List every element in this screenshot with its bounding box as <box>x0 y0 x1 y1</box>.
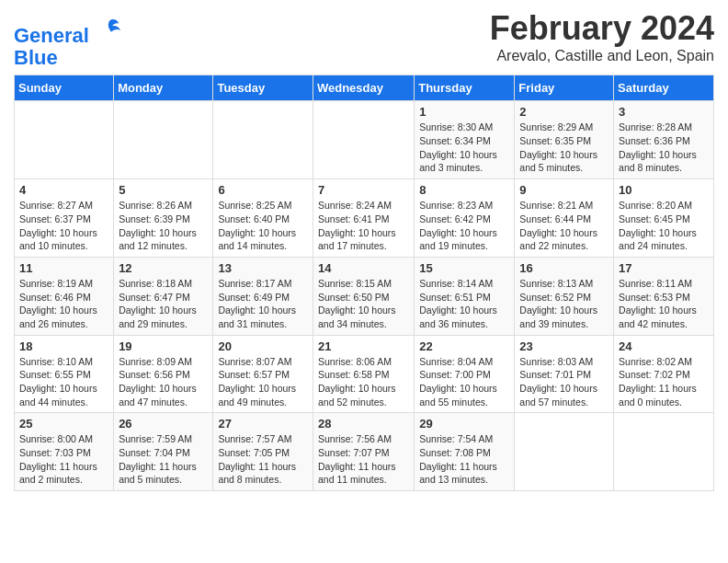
calendar-table: SundayMondayTuesdayWednesdayThursdayFrid… <box>14 75 714 491</box>
logo-bird-icon <box>97 17 122 42</box>
day-info: Sunrise: 7:57 AMSunset: 7:05 PMDaylight:… <box>218 432 308 487</box>
calendar-cell: 15Sunrise: 8:14 AMSunset: 6:51 PMDayligh… <box>415 257 515 335</box>
day-number: 28 <box>318 417 409 431</box>
calendar-cell <box>614 413 714 491</box>
logo-blue: Blue <box>14 46 58 69</box>
day-info: Sunrise: 8:00 AMSunset: 7:03 PMDaylight:… <box>19 432 108 487</box>
day-number: 26 <box>119 417 208 431</box>
week-row-4: 25Sunrise: 8:00 AMSunset: 7:03 PMDayligh… <box>15 413 714 491</box>
logo: General Blue <box>14 17 122 69</box>
day-number: 2 <box>519 105 609 119</box>
location-title: Arevalo, Castille and Leon, Spain <box>490 48 714 64</box>
calendar-cell: 4Sunrise: 8:27 AMSunset: 6:37 PMDaylight… <box>15 179 114 258</box>
day-info: Sunrise: 8:20 AMSunset: 6:45 PMDaylight:… <box>619 199 709 253</box>
day-number: 11 <box>19 261 108 275</box>
calendar-cell: 16Sunrise: 8:13 AMSunset: 6:52 PMDayligh… <box>515 257 614 335</box>
day-info: Sunrise: 8:06 AMSunset: 6:58 PMDaylight:… <box>318 355 409 409</box>
day-info: Sunrise: 8:15 AMSunset: 6:50 PMDaylight:… <box>318 277 409 331</box>
header-tuesday: Tuesday <box>213 75 313 101</box>
day-info: Sunrise: 8:21 AMSunset: 6:44 PMDaylight:… <box>519 199 609 253</box>
calendar-cell: 25Sunrise: 8:00 AMSunset: 7:03 PMDayligh… <box>15 413 114 491</box>
calendar-cell: 26Sunrise: 7:59 AMSunset: 7:04 PMDayligh… <box>114 413 213 491</box>
week-row-1: 4Sunrise: 8:27 AMSunset: 6:37 PMDaylight… <box>15 179 714 258</box>
calendar-cell: 7Sunrise: 8:24 AMSunset: 6:41 PMDaylight… <box>313 179 414 258</box>
calendar-cell: 10Sunrise: 8:20 AMSunset: 6:45 PMDayligh… <box>614 179 714 258</box>
week-row-0: 1Sunrise: 8:30 AMSunset: 6:34 PMDaylight… <box>15 101 714 179</box>
day-info: Sunrise: 8:29 AMSunset: 6:35 PMDaylight:… <box>519 121 609 175</box>
day-number: 22 <box>419 339 509 353</box>
day-number: 10 <box>619 183 709 197</box>
calendar-cell: 1Sunrise: 8:30 AMSunset: 6:34 PMDaylight… <box>415 101 515 179</box>
calendar-cell: 18Sunrise: 8:10 AMSunset: 6:55 PMDayligh… <box>15 335 114 413</box>
day-number: 17 <box>619 261 709 275</box>
header-thursday: Thursday <box>415 75 515 101</box>
day-number: 20 <box>218 339 308 353</box>
calendar-cell: 14Sunrise: 8:15 AMSunset: 6:50 PMDayligh… <box>313 257 414 335</box>
day-number: 9 <box>519 183 609 197</box>
day-number: 7 <box>318 183 409 197</box>
day-number: 19 <box>119 339 208 353</box>
calendar-cell <box>515 413 614 491</box>
calendar-cell: 5Sunrise: 8:26 AMSunset: 6:39 PMDaylight… <box>114 179 213 258</box>
day-info: Sunrise: 8:24 AMSunset: 6:41 PMDaylight:… <box>318 199 409 253</box>
day-info: Sunrise: 8:18 AMSunset: 6:47 PMDaylight:… <box>119 277 208 331</box>
day-number: 13 <box>218 261 308 275</box>
header-monday: Monday <box>114 75 213 101</box>
day-info: Sunrise: 8:23 AMSunset: 6:42 PMDaylight:… <box>419 199 509 253</box>
calendar-cell: 23Sunrise: 8:03 AMSunset: 7:01 PMDayligh… <box>515 335 614 413</box>
calendar-cell: 17Sunrise: 8:11 AMSunset: 6:53 PMDayligh… <box>614 257 714 335</box>
day-number: 23 <box>519 339 609 353</box>
day-info: Sunrise: 8:17 AMSunset: 6:49 PMDaylight:… <box>218 277 308 331</box>
calendar-cell <box>15 101 114 179</box>
calendar-cell: 22Sunrise: 8:04 AMSunset: 7:00 PMDayligh… <box>415 335 515 413</box>
calendar-cell: 2Sunrise: 8:29 AMSunset: 6:35 PMDaylight… <box>515 101 614 179</box>
day-number: 1 <box>419 105 509 119</box>
day-number: 14 <box>318 261 409 275</box>
day-info: Sunrise: 8:25 AMSunset: 6:40 PMDaylight:… <box>218 199 308 253</box>
calendar-cell: 6Sunrise: 8:25 AMSunset: 6:40 PMDaylight… <box>213 179 313 258</box>
day-info: Sunrise: 8:02 AMSunset: 7:02 PMDaylight:… <box>619 355 709 409</box>
day-info: Sunrise: 8:27 AMSunset: 6:37 PMDaylight:… <box>19 199 108 253</box>
calendar-cell: 13Sunrise: 8:17 AMSunset: 6:49 PMDayligh… <box>213 257 313 335</box>
day-number: 12 <box>119 261 208 275</box>
calendar-cell <box>213 101 313 179</box>
day-number: 5 <box>119 183 208 197</box>
day-number: 8 <box>419 183 509 197</box>
day-info: Sunrise: 8:30 AMSunset: 6:34 PMDaylight:… <box>419 121 509 175</box>
day-info: Sunrise: 8:28 AMSunset: 6:36 PMDaylight:… <box>619 121 709 175</box>
day-info: Sunrise: 8:04 AMSunset: 7:00 PMDaylight:… <box>419 355 509 409</box>
day-number: 15 <box>419 261 509 275</box>
day-number: 27 <box>218 417 308 431</box>
day-number: 16 <box>519 261 609 275</box>
day-number: 24 <box>619 339 709 353</box>
calendar-cell <box>114 101 213 179</box>
calendar-cell: 11Sunrise: 8:19 AMSunset: 6:46 PMDayligh… <box>15 257 114 335</box>
calendar-cell: 21Sunrise: 8:06 AMSunset: 6:58 PMDayligh… <box>313 335 414 413</box>
calendar-cell: 9Sunrise: 8:21 AMSunset: 6:44 PMDaylight… <box>515 179 614 258</box>
day-info: Sunrise: 7:54 AMSunset: 7:08 PMDaylight:… <box>419 432 509 487</box>
title-area: February 2024 Arevalo, Castille and Leon… <box>490 9 714 64</box>
calendar-cell: 19Sunrise: 8:09 AMSunset: 6:56 PMDayligh… <box>114 335 213 413</box>
day-number: 6 <box>218 183 308 197</box>
day-number: 29 <box>419 417 509 431</box>
day-info: Sunrise: 8:11 AMSunset: 6:53 PMDaylight:… <box>619 277 709 331</box>
day-info: Sunrise: 8:26 AMSunset: 6:39 PMDaylight:… <box>119 199 208 253</box>
header: General Blue February 2024 Arevalo, Cast… <box>14 9 714 69</box>
day-info: Sunrise: 8:03 AMSunset: 7:01 PMDaylight:… <box>519 355 609 409</box>
calendar-cell: 29Sunrise: 7:54 AMSunset: 7:08 PMDayligh… <box>415 413 515 491</box>
day-number: 21 <box>318 339 409 353</box>
day-number: 25 <box>19 417 108 431</box>
day-info: Sunrise: 8:07 AMSunset: 6:57 PMDaylight:… <box>218 355 308 409</box>
header-sunday: Sunday <box>15 75 114 101</box>
day-number: 3 <box>619 105 709 119</box>
day-info: Sunrise: 8:09 AMSunset: 6:56 PMDaylight:… <box>119 355 208 409</box>
header-saturday: Saturday <box>614 75 714 101</box>
day-info: Sunrise: 8:13 AMSunset: 6:52 PMDaylight:… <box>519 277 609 331</box>
header-row: SundayMondayTuesdayWednesdayThursdayFrid… <box>15 75 714 101</box>
calendar-cell: 3Sunrise: 8:28 AMSunset: 6:36 PMDaylight… <box>614 101 714 179</box>
day-info: Sunrise: 7:59 AMSunset: 7:04 PMDaylight:… <box>119 432 208 487</box>
day-info: Sunrise: 8:10 AMSunset: 6:55 PMDaylight:… <box>19 355 108 409</box>
week-row-3: 18Sunrise: 8:10 AMSunset: 6:55 PMDayligh… <box>15 335 714 413</box>
calendar-cell: 12Sunrise: 8:18 AMSunset: 6:47 PMDayligh… <box>114 257 213 335</box>
day-info: Sunrise: 8:19 AMSunset: 6:46 PMDaylight:… <box>19 277 108 331</box>
